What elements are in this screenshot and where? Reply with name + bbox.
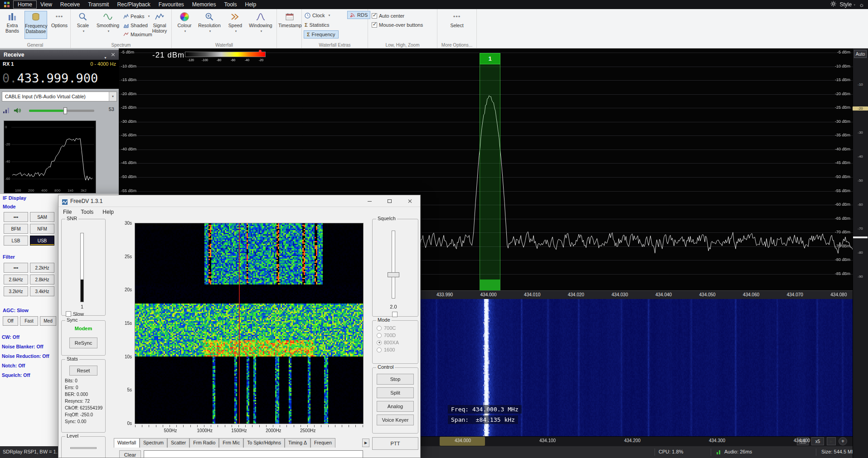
scale-button[interactable]: Scale — [73, 11, 93, 39]
tab-frm-radio[interactable]: Frm Radio — [189, 438, 219, 448]
colour-button[interactable]: Colour — [175, 11, 194, 39]
filter-button-2-6khz[interactable]: 2.6kHz — [4, 275, 28, 284]
menu-home[interactable]: Home — [14, 1, 36, 8]
close-button[interactable] — [399, 195, 421, 207]
peaks-button[interactable]: Peaks — [123, 12, 150, 20]
squelch-enable-checkbox[interactable] — [392, 312, 398, 317]
filter-button-2-2khz[interactable]: 2.2kHz — [30, 263, 54, 273]
minimize-button[interactable] — [359, 195, 379, 207]
menu-file[interactable]: File — [58, 207, 76, 217]
resolution-button[interactable]: Resolution — [195, 11, 223, 39]
menu-tools[interactable]: Tools — [220, 1, 241, 8]
menu-memories[interactable]: Memories — [188, 1, 220, 8]
signal-highlight-band[interactable] — [480, 64, 500, 290]
receive-panel-header[interactable]: Receive — [0, 50, 119, 60]
waterfall-zoom-level[interactable]: x5 — [811, 437, 824, 445]
mode-button-nfm[interactable]: NFM — [30, 224, 54, 234]
audio-output-select[interactable]: CABLE Input (VB-Audio Virtual Cable) ▼ — [2, 92, 117, 101]
resync-button[interactable]: ReSync — [69, 337, 97, 348]
filter-button-2-8khz[interactable]: 2.8kHz — [30, 275, 54, 284]
mode-radio-700c[interactable]: 700C — [377, 325, 396, 331]
reset-button[interactable]: Reset — [69, 366, 97, 376]
mode-button-sam[interactable]: SAM — [30, 212, 54, 222]
chevron-down-icon[interactable]: ▼ — [109, 92, 116, 101]
agc-button-med[interactable]: Med — [40, 316, 56, 326]
waterfall-scroll-button[interactable] — [827, 437, 836, 445]
freedv-window[interactable]: FreeDV 1.3.1 File Tools Help SNR 1 Slow … — [58, 195, 421, 458]
windowing-button[interactable]: Windowing — [247, 11, 274, 39]
tab-frequen[interactable]: Frequen — [310, 438, 335, 448]
text-entry-field[interactable] — [144, 450, 363, 458]
mode-button-[interactable]: ••• — [4, 212, 28, 222]
statistics-button[interactable]: Statistics — [305, 21, 330, 29]
waterfall-color-legend[interactable] — [185, 52, 266, 57]
tab-to-spkr-hdphns[interactable]: To Spkr/Hdphns — [243, 438, 285, 448]
control-button-voice-keyer[interactable]: Voice Keyer — [377, 415, 414, 425]
snr-slider[interactable] — [80, 233, 84, 302]
frequency-button[interactable]: Frequency — [304, 30, 339, 39]
ptt-button[interactable]: PTT — [372, 437, 418, 450]
mouse-over-buttons-checkbox[interactable]: Mouse-over buttons — [372, 21, 423, 29]
mode-button-bfm[interactable]: BFM — [4, 224, 28, 234]
timestamp-button[interactable]: Timestamp — [278, 11, 301, 39]
mode-radio-700d[interactable]: 700D — [377, 332, 396, 338]
waterfall-zoom-button[interactable] — [839, 437, 847, 445]
menu-receive[interactable]: Receive — [56, 1, 84, 8]
menu-favourites[interactable]: Favourites — [155, 1, 188, 8]
freedv-waterfall-display[interactable] — [135, 223, 363, 424]
tab-waterfall[interactable]: Waterfall — [114, 438, 140, 448]
tab-frm-mic[interactable]: Frm Mic — [219, 438, 243, 448]
shaded-button[interactable]: Shaded — [123, 21, 148, 29]
control-button-stop[interactable]: Stop — [377, 374, 414, 385]
gain-slider-handle[interactable] — [853, 236, 868, 238]
volume-handle[interactable] — [63, 107, 67, 114]
menu-tools[interactable]: Tools — [76, 207, 98, 217]
mode-button-lsb[interactable]: LSB — [4, 236, 28, 246]
agc-button-off[interactable]: Off — [3, 316, 18, 326]
theme-icon[interactable] — [859, 1, 864, 8]
options-button[interactable]: Options — [48, 11, 71, 39]
squelch-slider[interactable] — [392, 231, 395, 299]
snr-slow-checkbox[interactable]: Slow — [66, 311, 84, 317]
level-bars-icon[interactable] — [3, 107, 10, 116]
style-menu[interactable]: Style — [839, 1, 856, 8]
tab-scroll-right-button[interactable] — [362, 439, 369, 447]
volume-slider[interactable] — [29, 110, 94, 112]
maximize-button[interactable] — [379, 195, 399, 207]
filter-button-3-4khz[interactable]: 3.4kHz — [30, 286, 54, 296]
extra-bands-button[interactable]: Extra Bands — [1, 11, 24, 39]
gear-icon[interactable] — [830, 1, 836, 8]
mode-button-usb[interactable]: USB — [30, 236, 54, 246]
frequency-database-button[interactable]: Frequency Database — [24, 11, 47, 39]
speaker-icon[interactable] — [14, 107, 21, 116]
menu-transmit[interactable]: Transmit — [84, 1, 113, 8]
clear-button[interactable]: Clear — [119, 450, 141, 458]
control-button-analog[interactable]: Analog — [377, 401, 414, 412]
menu-rec-playback[interactable]: Rec/Playback — [113, 1, 154, 8]
tab-scatter[interactable]: Scatter — [167, 438, 189, 448]
auto-gain-button[interactable]: Auto — [854, 50, 867, 58]
smoothing-button[interactable]: Smoothing — [94, 11, 121, 39]
freedv-titlebar[interactable]: FreeDV 1.3.1 — [58, 195, 421, 207]
frequency-display[interactable]: 0. 433.999.900 — [0, 67, 119, 89]
mode-radio-800xa[interactable]: 800XA — [377, 339, 399, 346]
mode-radio-1600[interactable]: 1600 — [377, 347, 395, 353]
filter-button-3-2khz[interactable]: 3.2kHz — [4, 286, 28, 296]
tab-timing[interactable]: Timing Δ — [285, 438, 310, 448]
select-button[interactable]: Select — [446, 11, 468, 39]
tab-spectrum[interactable]: Spectrum — [140, 438, 167, 448]
control-button-split[interactable]: Split — [377, 387, 414, 398]
signal-history-button[interactable]: Signal History — [149, 11, 170, 39]
speed-button[interactable]: Speed — [224, 11, 246, 39]
squelch-slider-handle[interactable] — [388, 272, 399, 277]
menu-view[interactable]: View — [36, 1, 56, 8]
level-slider[interactable] — [70, 447, 97, 449]
clock-button[interactable]: Clock — [305, 11, 330, 19]
auto-center-checkbox[interactable]: Auto center — [372, 12, 404, 20]
agc-button-fast[interactable]: Fast — [20, 316, 38, 326]
filter-button-[interactable]: ••• — [4, 263, 28, 273]
rds-button[interactable]: RDS — [347, 11, 370, 19]
menu-help[interactable]: Help — [98, 207, 118, 217]
menu-help[interactable]: Help — [241, 1, 261, 8]
signal-marker-badge[interactable]: 1 — [480, 53, 500, 64]
